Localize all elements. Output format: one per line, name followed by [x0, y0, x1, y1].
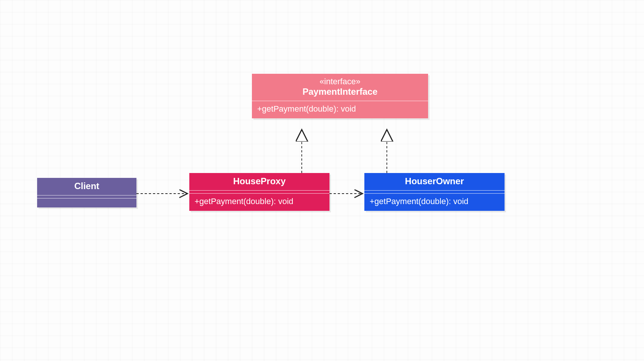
class-name: HouseProxy: [233, 176, 286, 186]
operation: +getPayment(double): void: [195, 197, 294, 206]
class-houser-owner[interactable]: HouserOwner +getPayment(double): void: [364, 173, 505, 211]
diagram-canvas: «interface» PaymentInterface +getPayment…: [0, 0, 644, 361]
stereotype-label: «interface»: [257, 77, 423, 87]
class-attributes: [364, 191, 505, 194]
class-header: HouseProxy: [189, 173, 329, 191]
operation: +getPayment(double): void: [370, 197, 469, 206]
class-header: HouserOwner: [364, 173, 505, 191]
class-attributes: [189, 191, 329, 194]
class-operations: [37, 198, 136, 207]
class-name: Client: [74, 181, 99, 191]
class-operations: +getPayment(double): void: [364, 194, 505, 211]
class-house-proxy[interactable]: HouseProxy +getPayment(double): void: [189, 173, 329, 211]
class-attributes: [37, 195, 136, 198]
class-header: Client: [37, 178, 136, 195]
operation: +getPayment(double): void: [257, 104, 356, 113]
class-client[interactable]: Client: [37, 178, 136, 207]
class-payment-interface[interactable]: «interface» PaymentInterface +getPayment…: [252, 74, 428, 118]
class-name: PaymentInterface: [303, 87, 377, 97]
class-name: HouserOwner: [405, 176, 464, 186]
class-operations: +getPayment(double): void: [252, 101, 428, 118]
class-header: «interface» PaymentInterface: [252, 74, 428, 101]
class-operations: +getPayment(double): void: [189, 194, 329, 211]
